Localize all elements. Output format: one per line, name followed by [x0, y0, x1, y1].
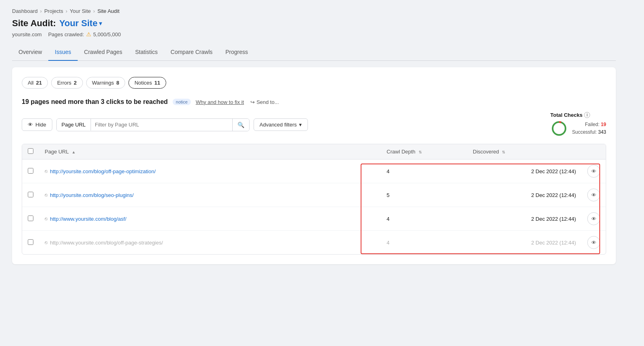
hide-label: Hide — [35, 122, 46, 128]
row-discovered-2: 2 Dec 2022 (12:44) — [467, 207, 582, 231]
row-url-link-3[interactable]: ⎋ http://www.yoursite.com/blog/off-page-… — [45, 240, 376, 246]
eye-icon-row-2: 👁 — [591, 216, 597, 222]
tab-issues[interactable]: Issues — [48, 45, 77, 61]
row-crawl-depth-1: 5 — [381, 183, 467, 207]
tab-progress[interactable]: Progress — [219, 45, 254, 61]
row-checkbox-0[interactable] — [28, 168, 33, 174]
send-to-label: Send to... — [256, 99, 279, 105]
info-icon[interactable]: i — [584, 112, 590, 118]
chevron-down-icon: ▾ — [299, 122, 302, 128]
row-crawl-depth-2: 4 — [381, 207, 467, 231]
row-url-cell: ⎋ http://www.yoursite.com/blog/off-page-… — [39, 231, 381, 255]
row-checkbox-3[interactable] — [28, 239, 33, 245]
hide-button[interactable]: 👁 Hide — [22, 118, 52, 131]
row-url-link-1[interactable]: ⎋ http://yoursite.com/blog/seo-plugins/ — [45, 192, 376, 198]
table-row: ⎋ http://yoursite.com/blog/off-page-opti… — [22, 160, 606, 183]
data-table-wrapper: Page URL ▲ Crawl Depth ⇅ Discovered ⇅ — [22, 144, 606, 255]
advanced-filters-button[interactable]: Advanced filters ▾ — [254, 118, 308, 131]
filter-tab-errors[interactable]: Errors 2 — [51, 77, 83, 89]
filter-tab-notices-count: 11 — [155, 80, 160, 86]
table-row: ⎋ http://www.yoursite.com/blog/off-page-… — [22, 231, 606, 255]
table-header-url[interactable]: Page URL ▲ — [39, 144, 381, 160]
tab-crawled-pages[interactable]: Crawled Pages — [78, 45, 129, 61]
url-filter-input[interactable] — [91, 119, 232, 131]
warning-icon: ⚠ — [86, 31, 91, 37]
svg-point-0 — [553, 122, 566, 135]
table-header-row: Page URL ▲ Crawl Depth ⇅ Discovered ⇅ — [22, 144, 606, 160]
external-link-icon: ⎋ — [45, 192, 47, 198]
row-crawl-depth-3: 4 — [381, 231, 467, 255]
filter-tab-warnings-count: 8 — [116, 80, 119, 86]
total-checks-section: Total Checks i — [550, 112, 606, 137]
filter-tab-errors-label: Errors — [57, 80, 71, 86]
issue-header: 19 pages need more than 3 clicks to be r… — [22, 98, 606, 106]
row-view-button-3[interactable]: 👁 — [587, 236, 600, 249]
send-to-button[interactable]: ↪ Send to... — [250, 99, 279, 105]
row-checkbox-cell — [22, 183, 39, 207]
tab-overview[interactable]: Overview — [12, 45, 48, 61]
nav-tabs: Overview Issues Crawled Pages Statistics… — [12, 45, 616, 61]
breadcrumb-dashboard[interactable]: Dashboard — [12, 8, 38, 14]
row-checkbox-2[interactable] — [28, 215, 33, 221]
search-icon[interactable]: 🔍 — [232, 119, 249, 131]
row-crawl-depth-0: 4 — [381, 160, 467, 183]
external-link-icon: ⎋ — [45, 216, 47, 222]
page-title-label: Site Audit: — [12, 18, 56, 29]
row-checkbox-cell — [22, 207, 39, 231]
row-url-cell: ⎋ http://yoursite.com/blog/off-page-opti… — [39, 160, 381, 183]
notice-badge: notice — [173, 99, 191, 105]
table-row: ⎋ http://yoursite.com/blog/seo-plugins/ … — [22, 183, 606, 207]
row-url-link-2[interactable]: ⎋ http://www.yoursite.com/blog/asf/ — [45, 216, 376, 222]
checks-text: Failed: 19 Successful: 343 — [572, 121, 606, 136]
fix-link[interactable]: Why and how to fix it — [196, 99, 244, 105]
filter-tab-notices-label: Notices — [134, 80, 152, 86]
row-view-button-1[interactable]: 👁 — [587, 189, 600, 201]
table-header-crawl-depth[interactable]: Crawl Depth ⇅ — [381, 144, 467, 160]
row-url-cell: ⎋ http://yoursite.com/blog/seo-plugins/ — [39, 183, 381, 207]
tab-statistics[interactable]: Statistics — [129, 45, 164, 61]
total-checks-label: Total Checks i — [550, 112, 606, 118]
breadcrumb-projects[interactable]: Projects — [44, 8, 63, 14]
advanced-filters-label: Advanced filters — [260, 122, 297, 128]
page-subtitle: yoursite.com Pages crawled: ⚠ 5,000/5,00… — [12, 31, 616, 37]
external-link-icon: ⎋ — [45, 240, 47, 245]
send-to-icon: ↪ — [250, 99, 255, 105]
issue-title: 19 pages need more than 3 clicks to be r… — [22, 98, 168, 106]
row-checkbox-1[interactable] — [28, 192, 33, 197]
pages-crawled-label: Pages crawled: — [48, 31, 84, 37]
tab-compare-crawls[interactable]: Compare Crawls — [164, 45, 219, 61]
filter-tab-all[interactable]: All 21 — [22, 77, 48, 89]
filter-tabs: All 21 Errors 2 Warnings 8 Notices 11 — [22, 77, 606, 89]
select-all-checkbox[interactable] — [28, 148, 33, 154]
filter-tab-notices[interactable]: Notices 11 — [128, 77, 166, 89]
row-url-link-0[interactable]: ⎋ http://yoursite.com/blog/off-page-opti… — [45, 168, 376, 174]
sort-icon-url: ▲ — [72, 150, 76, 154]
sort-icon-discovered: ⇅ — [502, 150, 505, 154]
table-row: ⎋ http://www.yoursite.com/blog/asf/ 4 2 … — [22, 207, 606, 231]
site-name-dropdown[interactable]: Your Site ▾ — [59, 18, 102, 29]
row-url-cell: ⎋ http://www.yoursite.com/blog/asf/ — [39, 207, 381, 231]
toolbar: 👁 Hide Page URL 🔍 Advanced filters ▾ Tot… — [22, 112, 606, 137]
row-discovered-3: 2 Dec 2022 (12:44) — [467, 231, 582, 255]
domain-text: yoursite.com — [12, 31, 42, 37]
eye-icon-row-1: 👁 — [591, 192, 597, 198]
row-discovered-1: 2 Dec 2022 (12:44) — [467, 183, 582, 207]
eye-icon-row-3: 👁 — [591, 240, 597, 246]
failed-text: Failed: 19 — [572, 121, 606, 128]
row-action-cell-0: 👁 — [582, 160, 606, 183]
table-header-discovered[interactable]: Discovered ⇅ — [467, 144, 582, 160]
row-checkbox-cell — [22, 231, 39, 255]
total-checks-info: Failed: 19 Successful: 343 — [550, 120, 606, 137]
data-table: Page URL ▲ Crawl Depth ⇅ Discovered ⇅ — [22, 144, 606, 254]
row-action-cell-1: 👁 — [582, 183, 606, 207]
breadcrumb: Dashboard › Projects › Your Site › Site … — [12, 8, 616, 14]
external-link-icon: ⎋ — [45, 168, 47, 174]
filter-tab-all-count: 21 — [36, 80, 41, 86]
breadcrumb-yoursite[interactable]: Your Site — [70, 8, 91, 14]
failed-value: 19 — [601, 122, 606, 127]
donut-chart — [550, 120, 568, 137]
filter-tab-warnings[interactable]: Warnings 8 — [86, 77, 126, 89]
row-view-button-0[interactable]: 👁 — [587, 165, 600, 178]
sort-icon-crawl-depth: ⇅ — [419, 150, 422, 154]
row-view-button-2[interactable]: 👁 — [587, 212, 600, 225]
